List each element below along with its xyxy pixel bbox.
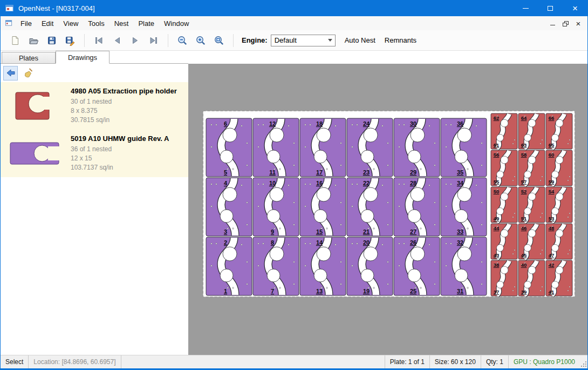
zoom-in-button[interactable] <box>192 32 210 49</box>
nest-cell[interactable]: 28 27 <box>394 178 440 236</box>
nest-cell[interactable]: 50 49 <box>491 187 517 223</box>
zoom-out-icon <box>177 35 188 46</box>
nest-cell[interactable]: 54 53 <box>546 187 572 223</box>
menu-items: FileEditViewToolsNestPlateWindow <box>16 16 194 30</box>
remnants-button[interactable]: Remnants <box>385 36 416 44</box>
back-arrow-icon <box>5 68 16 78</box>
save-as-button[interactable] <box>61 32 79 49</box>
nest-cell[interactable]: 36 35 <box>441 118 487 177</box>
drawing-nested-count: 30 of 1 nested <box>71 97 184 106</box>
engine-select[interactable]: Default <box>271 35 336 46</box>
part-label: 53 <box>549 216 555 221</box>
mdi-minimize-button[interactable] <box>546 18 559 29</box>
new-button[interactable] <box>6 32 24 49</box>
part-thumbnail <box>5 90 65 122</box>
window-title: OpenNest - [N0317-004] <box>18 4 95 12</box>
nest-cell[interactable]: 18 17 <box>300 118 346 177</box>
grip-dots-icon <box>581 361 586 367</box>
engine-label: Engine: <box>242 36 268 44</box>
auto-nest-button[interactable]: Auto Nest <box>345 36 375 44</box>
canvas-area[interactable]: 6 5 12 11 18 17 24 23 30 29 <box>188 51 587 355</box>
go-next-button[interactable] <box>126 32 145 49</box>
nest-cell[interactable]: 42 41 <box>546 260 572 296</box>
save-button[interactable] <box>43 32 61 49</box>
part-label: 29 <box>410 169 416 176</box>
drawing-item[interactable]: 4980 A05 Extraction pipe holder 30 of 1 … <box>1 82 188 130</box>
part-label: 30 <box>410 120 416 127</box>
menu-tools[interactable]: Tools <box>83 16 109 30</box>
nest-cell[interactable]: 38 37 <box>491 260 517 296</box>
nest-cell[interactable]: 2 1 <box>206 237 252 295</box>
nest-cell[interactable]: 16 15 <box>300 178 346 236</box>
nest-cell[interactable]: 4 3 <box>206 178 252 236</box>
return-part-button[interactable] <box>3 66 18 80</box>
new-document-icon <box>10 35 20 46</box>
nest-cell[interactable]: 60 59 <box>546 150 572 186</box>
part-label: 33 <box>457 228 463 235</box>
mdi-restore-button[interactable] <box>559 18 572 29</box>
nest-cell[interactable]: 48 47 <box>546 224 572 259</box>
nest-cell[interactable]: 56 55 <box>491 150 517 186</box>
drawing-title: 5019 A10 UHMW guide Rev. A <box>71 134 184 143</box>
tab-drawings[interactable]: Drawings <box>56 51 110 64</box>
menu-view[interactable]: View <box>58 16 83 30</box>
part-label: 35 <box>457 169 463 176</box>
nest-cell[interactable]: 32 31 <box>441 237 487 295</box>
plate-svg[interactable]: 6 5 12 11 18 17 24 23 30 29 <box>203 111 575 297</box>
close-button[interactable]: × <box>563 0 587 16</box>
go-previous-button[interactable] <box>108 32 126 49</box>
nest-cell[interactable]: 30 29 <box>394 118 440 177</box>
nest-cell[interactable]: 12 11 <box>253 118 299 177</box>
zoom-out-button[interactable] <box>173 32 192 49</box>
menu-nest[interactable]: Nest <box>110 16 134 30</box>
mdi-document-icon[interactable] <box>5 19 13 28</box>
nest-cell[interactable]: 58 57 <box>518 150 545 186</box>
app-window: OpenNest - [N0317-004] × FileEditViewToo… <box>0 0 588 370</box>
menu-plate[interactable]: Plate <box>133 16 159 30</box>
drawing-item[interactable]: 5019 A10 UHMW guide Rev. A 36 of 1 neste… <box>1 130 188 177</box>
part-label: 34 <box>457 180 464 186</box>
zoom-fit-button[interactable] <box>210 32 228 49</box>
nest-cell[interactable]: 34 33 <box>441 178 487 236</box>
minimize-button[interactable] <box>513 0 538 16</box>
nest-plate[interactable]: 6 5 12 11 18 17 24 23 30 29 <box>203 111 575 297</box>
drawing-info: 4980 A05 Extraction pipe holder 30 of 1 … <box>71 87 184 125</box>
status-qty: Qty: 1 <box>481 355 508 368</box>
tab-plates[interactable]: Plates <box>2 52 56 63</box>
nest-cell[interactable]: 24 23 <box>347 118 393 177</box>
part-label: 23 <box>363 169 370 176</box>
nest-cell[interactable]: 14 13 <box>300 237 346 295</box>
nest-cell[interactable]: 26 25 <box>394 237 440 295</box>
save-icon <box>46 35 57 46</box>
nest-cell[interactable]: 40 39 <box>518 260 545 296</box>
nest-cell[interactable]: 44 43 <box>491 224 517 259</box>
nest-cell[interactable]: 46 45 <box>518 224 545 259</box>
nest-cell[interactable]: 20 19 <box>347 237 393 295</box>
nest-cell[interactable]: 22 21 <box>347 178 393 236</box>
menu-file[interactable]: File <box>16 16 37 30</box>
maximize-icon <box>548 6 553 11</box>
nest-cell[interactable]: 66 65 <box>546 113 572 149</box>
nest-cell[interactable]: 6 5 <box>206 118 252 177</box>
nest-cell[interactable]: 52 51 <box>518 187 545 223</box>
part-label: 40 <box>521 262 527 268</box>
nest-cell[interactable]: 10 9 <box>253 178 299 236</box>
go-last-button[interactable] <box>145 32 163 49</box>
menu-edit[interactable]: Edit <box>37 16 58 30</box>
part-label: 13 <box>316 288 323 294</box>
drawing-size: 12 x 15 <box>71 154 184 163</box>
go-first-button[interactable] <box>90 32 108 49</box>
clear-button[interactable] <box>20 66 35 80</box>
part-label: 62 <box>494 115 500 121</box>
nest-cell[interactable]: 8 7 <box>253 237 299 295</box>
part-label: 57 <box>521 179 527 185</box>
part-label: 45 <box>521 252 527 258</box>
resize-grip[interactable] <box>580 355 587 368</box>
part-label: 4 <box>224 180 228 186</box>
nest-cell[interactable]: 64 63 <box>518 113 545 149</box>
maximize-button[interactable] <box>538 0 563 16</box>
nest-cell[interactable]: 62 61 <box>491 113 517 149</box>
mdi-close-button[interactable]: × <box>572 18 585 29</box>
open-button[interactable] <box>24 32 43 49</box>
menu-window[interactable]: Window <box>159 16 194 30</box>
